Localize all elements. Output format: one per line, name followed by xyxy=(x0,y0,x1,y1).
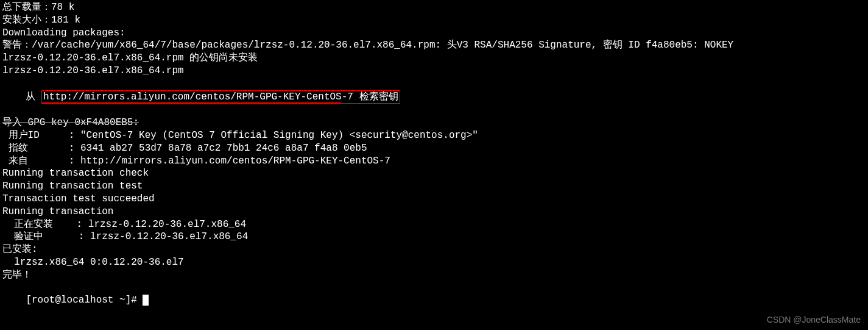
output-line: lrzsz.x86_64 0:0.12.20-36.el7 xyxy=(2,256,866,269)
output-line: 来自 : http://mirrors.aliyun.com/centos/RP… xyxy=(2,155,866,168)
watermark-text: CSDN @JoneClassMate xyxy=(767,314,861,325)
cursor-icon xyxy=(143,295,149,306)
output-line: Transaction test succeeded xyxy=(2,193,866,206)
output-line: Running transaction xyxy=(2,206,866,218)
output-line: Running transaction check xyxy=(2,167,866,180)
output-line: 用户ID : "CentOS-7 Key (CentOS 7 Official … xyxy=(2,129,866,142)
output-text: 从 xyxy=(26,91,41,102)
output-line: lrzsz-0.12.20-36.el7.x86_64.rpm 的公钥尚未安装 xyxy=(2,52,866,65)
terminal-output[interactable]: 总下载量：78 k 安装大小：181 k Downloading package… xyxy=(2,1,866,320)
output-line: 正在安装 : lrzsz-0.12.20-36.el7.x86_64 xyxy=(2,218,866,231)
output-line: 指纹 : 6341 ab27 53d7 8a78 a7c2 7bb1 24c6 … xyxy=(2,142,866,155)
output-line: 已安装: xyxy=(2,243,866,256)
shell-prompt: [root@localhost ~]# xyxy=(26,295,143,306)
output-line: Running transaction test xyxy=(2,180,866,193)
output-line: lrzsz-0.12.20-36.el7.x86_64.rpm xyxy=(2,65,866,77)
output-line: 安装大小：181 k xyxy=(2,14,866,27)
prompt-line[interactable]: [root@localhost ~]# xyxy=(2,282,866,320)
output-line: 验证中 : lrzsz-0.12.20-36.el7.x86_64 xyxy=(2,231,866,243)
red-underline-annotation xyxy=(42,102,340,104)
output-line-highlighted: 从 http://mirrors.aliyun.com/centos/RPM-G… xyxy=(2,77,866,117)
output-line: 完毕！ xyxy=(2,269,866,282)
output-line: 总下载量：78 k xyxy=(2,1,866,14)
output-line: 导入 GPG key 0xF4A80EB5: xyxy=(2,117,866,129)
highlight-box: http://mirrors.aliyun.com/centos/RPM-GPG… xyxy=(41,90,400,104)
highlighted-url: http://mirrors.aliyun.com/centos/RPM-GPG… xyxy=(43,91,398,102)
output-line: Downloading packages: xyxy=(2,27,866,40)
output-line: 警告：/var/cache/yum/x86_64/7/base/packages… xyxy=(2,39,866,52)
